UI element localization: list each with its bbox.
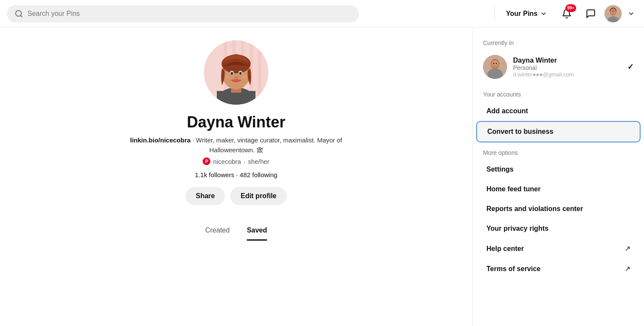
convert-to-business-item[interactable]: Convert to business [476, 121, 641, 142]
currently-in-label: Currently in [473, 36, 644, 50]
profile-tabs: Created Saved [205, 226, 267, 241]
svg-point-33 [496, 63, 497, 64]
search-icon [15, 9, 23, 18]
your-accounts-label: Your accounts [473, 84, 644, 101]
profile-bio: linkin.bio/nicecobra · Writer, maker, vi… [120, 136, 352, 155]
profile-handle: nicecobra · she/her [203, 157, 269, 165]
profile-name: Dayna Winter [187, 113, 286, 131]
messages-button[interactable] [580, 3, 601, 24]
svg-line-1 [21, 15, 22, 17]
account-name: Dayna Winter [513, 57, 621, 64]
settings-item[interactable]: Settings [476, 160, 641, 179]
share-button[interactable]: Share [185, 187, 225, 205]
add-account-item[interactable]: Add account [476, 101, 641, 121]
nav-divider [495, 7, 495, 21]
account-card[interactable]: Dayna Winter Personal d.winter●●●@gmail.… [473, 50, 644, 84]
profile-avatar [204, 40, 268, 105]
dropdown-panel: Currently in Dayna Winter Personal d.w [472, 27, 644, 326]
convert-to-business-label: Convert to business [487, 128, 553, 136]
your-pins-label: Your Pins [506, 10, 538, 18]
svg-point-6 [611, 9, 616, 15]
tab-saved[interactable]: Saved [247, 226, 267, 241]
chevron-down-icon [540, 10, 547, 17]
help-center-external-icon: ↗ [625, 244, 630, 253]
account-checkmark: ✓ [627, 62, 634, 72]
search-placeholder: Search your Pins [27, 10, 80, 18]
chevron-down-header-icon [628, 10, 635, 17]
svg-point-7 [612, 10, 613, 11]
profile-stats: 1.1k followers · 482 following [195, 171, 277, 178]
edit-profile-button[interactable]: Edit profile [230, 187, 287, 205]
profile-actions: Share Edit profile [185, 187, 287, 205]
account-info: Dayna Winter Personal d.winter●●●@gmail.… [513, 57, 621, 78]
pinterest-icon [203, 157, 210, 165]
dropdown-avatar [483, 55, 507, 79]
your-pins-button[interactable]: Your Pins [500, 6, 553, 22]
help-center-label: Help center [486, 245, 524, 253]
svg-point-32 [493, 63, 495, 64]
reports-violations-label: Reports and violations center [486, 205, 583, 213]
help-center-item[interactable]: Help center ↗ [476, 238, 641, 259]
notification-badge: 99+ [565, 4, 576, 12]
reports-violations-item[interactable]: Reports and violations center [476, 199, 641, 219]
privacy-rights-label: Your privacy rights [486, 225, 549, 232]
settings-label: Settings [486, 166, 513, 173]
home-feed-tuner-label: Home feed tuner [486, 185, 541, 193]
terms-of-service-label: Terms of service [486, 265, 541, 273]
svg-point-27 [242, 75, 248, 78]
main-content: Dayna Winter linkin.bio/nicecobra · Writ… [0, 27, 644, 326]
privacy-rights-item[interactable]: Your privacy rights [476, 219, 641, 238]
svg-rect-17 [217, 91, 255, 105]
profile-bio-text: · Writer, maker, vintage curator, maxima… [192, 136, 342, 154]
header-right: Your Pins 99+ [493, 3, 638, 24]
profile-area: Dayna Winter linkin.bio/nicecobra · Writ… [0, 27, 472, 326]
add-account-label: Add account [486, 107, 528, 115]
svg-point-23 [231, 72, 233, 75]
header-avatar[interactable] [605, 5, 622, 22]
account-type: Personal [513, 64, 621, 71]
terms-external-icon: ↗ [625, 265, 630, 273]
more-options-label: More options [473, 142, 644, 160]
followers-count: 1.1k followers [195, 171, 234, 178]
profile-link[interactable]: linkin.bio/nicecobra [130, 136, 191, 144]
svg-point-8 [614, 10, 614, 11]
account-email: d.winter●●●@gmail.com [513, 71, 621, 78]
svg-point-28 [234, 77, 238, 79]
handle-separator: · [243, 158, 245, 165]
tab-created[interactable]: Created [205, 226, 230, 241]
search-bar[interactable]: Search your Pins [7, 5, 359, 22]
notifications-button[interactable]: 99+ [556, 3, 577, 24]
profile-handle-text: nicecobra [213, 158, 241, 165]
header-dropdown-button[interactable] [625, 3, 637, 24]
svg-point-24 [239, 72, 242, 75]
following-count: 482 following [240, 171, 277, 178]
header: Search your Pins Your Pins 99+ [0, 0, 644, 27]
svg-point-26 [225, 75, 231, 78]
home-feed-tuner-item[interactable]: Home feed tuner [476, 179, 641, 199]
terms-of-service-item[interactable]: Terms of service ↗ [476, 259, 641, 279]
profile-pronouns: she/her [248, 158, 270, 165]
message-icon [586, 9, 596, 19]
svg-point-25 [232, 79, 240, 82]
